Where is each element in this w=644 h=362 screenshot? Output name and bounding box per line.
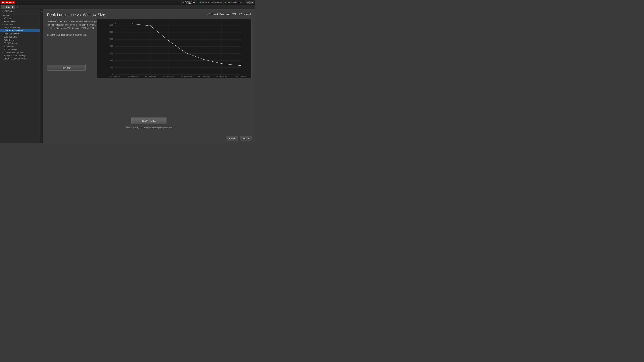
- svg-text:1000: 1000: [109, 38, 113, 40]
- svg-text:1200: 1200: [109, 31, 113, 33]
- sidebar-item-grayscale[interactable]: Grayscale Tracking: [0, 26, 43, 29]
- svg-text:400: 400: [110, 59, 113, 61]
- sidebar-item-peak-window[interactable]: Peak vs. Window Size: [0, 29, 43, 32]
- tab-refresh-icon: ↺: [3, 6, 4, 8]
- app-header: calman ▾ SpectraCal C6 LG G4 OLED ▾ Spec…: [0, 0, 255, 5]
- next-label: Next: [242, 137, 247, 140]
- sidebar-section-gamut: ▾ Gamut Coverage Tests BT.2020 Gamut Cov…: [0, 51, 43, 60]
- sidebar-header: ↺ HDR Toolkit: [0, 9, 43, 13]
- subgroup-label-gamut: Gamut Coverage Tests: [4, 51, 24, 54]
- svg-text:100 - Window 1%: 100 - Window 1%: [110, 76, 120, 77]
- next-arrow-icon: ▶: [248, 137, 249, 140]
- group-arrow-welcome: ▾: [2, 14, 2, 16]
- back-button[interactable]: ◀ Back: [226, 136, 238, 141]
- sidebar-item-bt2020-gamut[interactable]: BT.2020 Gamut Coverage: [0, 54, 43, 57]
- device-indicator-1: [183, 2, 184, 3]
- sidebar-refresh-icon[interactable]: ↺: [2, 10, 3, 12]
- tab-bar: ↺ History 1 +: [0, 5, 255, 9]
- svg-point-30: [204, 59, 204, 60]
- header-right: SpectraCal C6 LG G4 OLED ▾ SpectraCal Vi…: [181, 0, 255, 5]
- sidebar-subgroup-hdr-tests[interactable]: ▾ HDR Tests: [0, 23, 43, 26]
- svg-rect-0: [104, 19, 244, 78]
- chart-container: 0 200 400 600 800 1000 1200: [97, 19, 251, 78]
- sidebar-subgroup-gamut[interactable]: ▾ Gamut Coverage Tests: [0, 51, 43, 54]
- svg-text:100 - Window 5%: 100 - Window 5%: [145, 76, 156, 77]
- description-text: The Peak Luminance vs. Window Size test …: [47, 20, 100, 37]
- svg-point-26: [132, 23, 133, 24]
- device-direct-display[interactable]: Direct Display Control ▾: [224, 0, 245, 5]
- svg-text:100 - Window 75%: 100 - Window 75%: [216, 76, 228, 77]
- sidebar-item-bt2020-sweeps[interactable]: BT.2020 Sweeps: [0, 42, 43, 45]
- sidebar-item-peak-stability[interactable]: Peak Lum Stability: [0, 32, 43, 35]
- svg-point-28: [168, 40, 169, 41]
- tab-add-button[interactable]: +: [16, 5, 19, 9]
- sidebar-collapse-button[interactable]: ◀: [40, 9, 43, 143]
- next-button[interactable]: Next ▶: [240, 136, 252, 141]
- device-spectracal-c6[interactable]: SpectraCal C6 LG G4 OLED ▾: [181, 0, 198, 5]
- sidebar-item-welcome[interactable]: Welcome: [0, 16, 43, 20]
- sidebar-item-target-options[interactable]: Target Options: [0, 20, 43, 23]
- sidebar-item-bt709-sweeps[interactable]: BT.709 Sweeps: [0, 48, 43, 51]
- chart-svg: 0 200 400 600 800 1000 1200: [97, 19, 251, 78]
- svg-point-29: [186, 53, 186, 53]
- tab-history1[interactable]: ↺ History 1: [1, 5, 15, 9]
- svg-text:1400: 1400: [109, 24, 113, 26]
- device-dropdown-arrow-1[interactable]: ▾: [196, 1, 196, 3]
- svg-text:600: 600: [110, 52, 113, 54]
- sidebar-item-p3-sweeps[interactable]: P3 Sweeps: [0, 45, 43, 48]
- svg-text:100 - Window 50%: 100 - Window 50%: [198, 76, 210, 77]
- device-label-2: SpectraCal VideoForge Pro: [201, 1, 220, 3]
- back-arrow-icon: ◀: [228, 137, 230, 140]
- subgroup-arrow-gamut: ▾: [2, 52, 3, 53]
- svg-text:100 - Window 10%: 100 - Window 10%: [162, 76, 174, 77]
- settings-button[interactable]: ⚙: [246, 1, 250, 4]
- subgroup-label-hdr: HDR Tests: [4, 23, 13, 25]
- svg-point-27: [150, 25, 151, 26]
- device-dropdown-arrow-3[interactable]: ▾: [243, 1, 244, 3]
- logo-icon: [2, 1, 4, 3]
- svg-point-31: [221, 63, 222, 64]
- device-videoforge[interactable]: SpectraCal VideoForge Pro ▾: [198, 0, 224, 5]
- logo-area[interactable]: calman ▾: [1, 1, 16, 4]
- content-area: Peak Luminance vs. Window Size Current R…: [43, 9, 255, 143]
- export-button[interactable]: Export Data: [132, 117, 166, 123]
- settings-icons: ⚙ ◀: [245, 1, 255, 4]
- sidebar-item-colormatch[interactable]: ColorMatch HDR: [0, 35, 43, 38]
- device-indicator-3: [225, 2, 226, 3]
- svg-text:100 - Window 2%: 100 - Window 2%: [128, 76, 138, 77]
- sidebar-group-welcome[interactable]: ▾ Welcome: [0, 13, 43, 16]
- run-test-button[interactable]: Run Test: [47, 65, 86, 71]
- svg-text:0: 0: [112, 73, 113, 75]
- svg-text:100 - Window 25%: 100 - Window 25%: [180, 76, 192, 77]
- arrow-left-button[interactable]: ◀: [250, 1, 254, 4]
- device-label-1: SpectraCal C6: [185, 0, 195, 2]
- sidebar-section-welcome: ▾ Welcome Welcome Target Options: [0, 13, 43, 23]
- sidebar: ↺ HDR Toolkit ▾ Welcome Welcome Target O…: [0, 9, 43, 143]
- sidebar-section-hdr: ▾ HDR Tests Grayscale Tracking Peak vs. …: [0, 23, 43, 51]
- device-dropdown-arrow-2[interactable]: ▾: [221, 1, 222, 3]
- sidebar-item-colorchecker[interactable]: ColorChecker: [0, 38, 43, 42]
- group-label-welcome: Welcome: [3, 14, 11, 16]
- svg-text:800: 800: [110, 45, 113, 47]
- device-sublabel-1: LG G4 OLED: [185, 2, 195, 4]
- svg-point-25: [115, 23, 116, 24]
- logo-dropdown-arrow[interactable]: ▾: [13, 1, 14, 3]
- main-layout: ↺ HDR Toolkit ▾ Welcome Welcome Target O…: [0, 9, 255, 143]
- subgroup-arrow-hdr: ▾: [2, 23, 3, 25]
- bottom-nav: ◀ Back Next ▶: [226, 136, 252, 141]
- back-label: Back: [231, 137, 236, 140]
- device-label-3: Direct Display Control: [227, 1, 242, 3]
- footnote-text: *Select "History" on the data export pop…: [43, 126, 255, 129]
- sidebar-item-uhda-p3-gamut[interactable]: UHDA-P3 Gamut Coverage: [0, 57, 43, 60]
- sidebar-collapse-arrow: ◀: [41, 10, 42, 12]
- svg-text:200: 200: [110, 66, 113, 68]
- sidebar-toolkit-label: HDR Toolkit: [4, 10, 14, 12]
- tab-label: History 1: [6, 6, 13, 8]
- svg-text:100 - Full 100%: 100 - Full 100%: [236, 76, 246, 77]
- device-indicator-2: [200, 2, 200, 3]
- logo-text: calman: [4, 1, 12, 4]
- svg-point-32: [240, 65, 241, 66]
- current-reading: Current Reading: 235.17 cd/m²: [208, 12, 251, 16]
